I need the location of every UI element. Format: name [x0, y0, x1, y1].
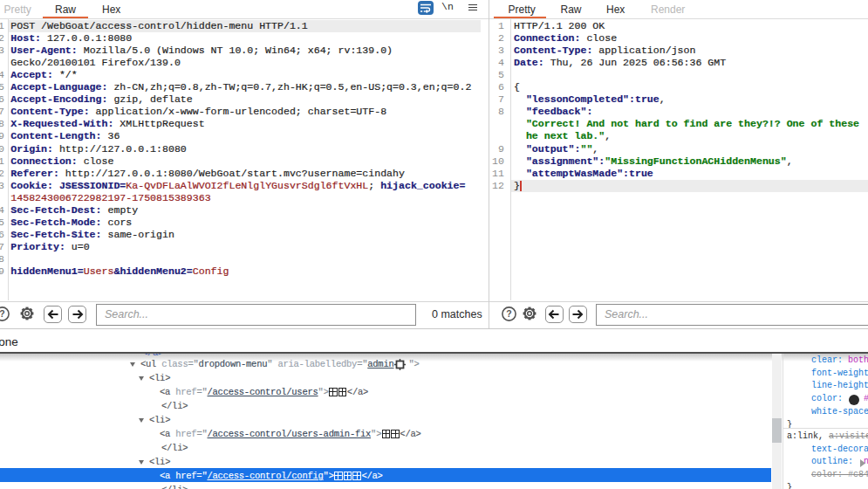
svg-text:?: ? — [506, 308, 511, 319]
svg-text:?: ? — [0, 308, 5, 319]
